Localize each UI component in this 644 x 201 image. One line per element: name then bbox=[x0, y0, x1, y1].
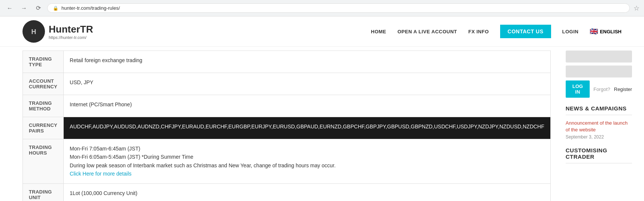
browser-chrome: ← → ⟳ 🔒 hunter-tr.com/trading-rules/ ☆ bbox=[0, 0, 644, 16]
table-row: TRADING TYPE Retail foreign exchange tra… bbox=[23, 51, 551, 73]
nav-contact[interactable]: CONTACT US bbox=[500, 25, 551, 38]
table-row: TRADING METHOD Internet (PC/Smart Phone) bbox=[23, 95, 551, 117]
sidebar: LOG IN Forgot? Register NEWS & CAMPAIGNS… bbox=[558, 47, 632, 201]
login-section: LOG IN Forgot? Register bbox=[566, 51, 632, 98]
trading-hours-value: Mon-Fri 7:05am-6:45am (JST) Mon-Fri 6:05… bbox=[64, 139, 551, 184]
logo-text: HunterTR https://hunter-tr.com/ bbox=[49, 24, 93, 40]
trading-unit-value: 1Lot (100,000 Currency Unit) bbox=[64, 183, 551, 201]
forgot-link[interactable]: Forgot? bbox=[593, 86, 610, 92]
forward-button[interactable]: → bbox=[19, 3, 29, 13]
trading-hours-line2: Mon-Fri 6:05am-5:45am (JST) *During Summ… bbox=[70, 153, 544, 161]
url-text: hunter-tr.com/trading-rules/ bbox=[61, 5, 120, 11]
trading-hours-line3: During low peak season of Interbank mark… bbox=[70, 161, 544, 170]
nav-home[interactable]: HOME bbox=[371, 29, 386, 34]
news-title: NEWS & CAMPAIGNS bbox=[566, 105, 632, 115]
trading-type-label: TRADING TYPE bbox=[23, 51, 64, 73]
trading-hours-label: TRADING HOURS bbox=[23, 139, 64, 184]
username-field-placeholder bbox=[566, 51, 632, 63]
nav-login[interactable]: LOGIN bbox=[562, 29, 579, 34]
svg-text:H: H bbox=[31, 28, 36, 36]
table-row: ACCOUNT CURRENCY USD, JPY bbox=[23, 73, 551, 95]
bookmark-icon[interactable]: ☆ bbox=[634, 4, 640, 12]
table-section: TRADING TYPE Retail foreign exchange tra… bbox=[22, 47, 558, 201]
account-currency-label: ACCOUNT CURRENCY bbox=[23, 73, 64, 95]
page: H HunterTR https://hunter-tr.com/ HOME O… bbox=[0, 16, 644, 201]
password-field-placeholder bbox=[566, 66, 632, 77]
security-icon: 🔒 bbox=[53, 6, 58, 11]
logo-icon: H bbox=[22, 20, 45, 43]
nav-open-account[interactable]: OPEN A LIVE ACCOUNT bbox=[397, 29, 457, 34]
flag-icon: 🇬🇧 bbox=[590, 27, 598, 36]
trading-rules-table: TRADING TYPE Retail foreign exchange tra… bbox=[22, 51, 551, 201]
customising-section: CUSTOMISING CTRADER bbox=[566, 147, 632, 164]
main-nav: HOME OPEN A LIVE ACCOUNT FX INFO CONTACT… bbox=[371, 25, 622, 38]
lang-label: ENGLISH bbox=[600, 29, 622, 34]
url-bar[interactable]: 🔒 hunter-tr.com/trading-rules/ bbox=[47, 3, 630, 13]
news-date: September 3, 2022 bbox=[566, 134, 632, 140]
table-row: TRADING UNIT 1Lot (100,000 Currency Unit… bbox=[23, 183, 551, 201]
table-row: CURRENCY PAIRS AUDCHF,AUDJPY,AUDUSD,AUDN… bbox=[23, 117, 551, 139]
nav-fx-info[interactable]: FX INFO bbox=[468, 29, 489, 34]
currency-pairs-value: AUDCHF,AUDJPY,AUDUSD,AUDNZD,CHFJPY,EURAU… bbox=[64, 117, 551, 139]
back-button[interactable]: ← bbox=[4, 3, 15, 13]
register-link[interactable]: Register bbox=[614, 86, 632, 92]
language-selector[interactable]: 🇬🇧 ENGLISH bbox=[590, 27, 622, 36]
account-currency-value: USD, JPY bbox=[64, 73, 551, 95]
refresh-button[interactable]: ⟳ bbox=[33, 3, 43, 13]
trading-method-value: Internet (PC/Smart Phone) bbox=[64, 95, 551, 117]
table-row: TRADING HOURS Mon-Fri 7:05am-6:45am (JST… bbox=[23, 139, 551, 184]
news-section: NEWS & CAMPAIGNS Announcement of the lau… bbox=[566, 105, 632, 140]
news-link[interactable]: Announcement of the launch of the websit… bbox=[566, 120, 632, 133]
login-actions: LOG IN Forgot? Register bbox=[566, 80, 632, 98]
logo-area[interactable]: H HunterTR https://hunter-tr.com/ bbox=[22, 20, 93, 43]
trading-hours-link[interactable]: Click Here for more details bbox=[70, 171, 131, 177]
currency-pairs-label: CURRENCY PAIRS bbox=[23, 117, 64, 139]
brand-name: HunterTR bbox=[49, 24, 93, 35]
login-button[interactable]: LOG IN bbox=[566, 80, 590, 98]
trading-method-label: TRADING METHOD bbox=[23, 95, 64, 117]
brand-url: https://hunter-tr.com/ bbox=[49, 35, 93, 40]
trading-unit-label: TRADING UNIT bbox=[23, 183, 64, 201]
customising-title: CUSTOMISING CTRADER bbox=[566, 147, 632, 164]
trading-type-value: Retail foreign exchange trading bbox=[64, 51, 551, 73]
header: H HunterTR https://hunter-tr.com/ HOME O… bbox=[0, 16, 644, 47]
main-content: TRADING TYPE Retail foreign exchange tra… bbox=[0, 47, 644, 201]
news-item: Announcement of the launch of the websit… bbox=[566, 120, 632, 140]
trading-hours-line1: Mon-Fri 7:05am-6:45am (JST) bbox=[70, 144, 544, 153]
